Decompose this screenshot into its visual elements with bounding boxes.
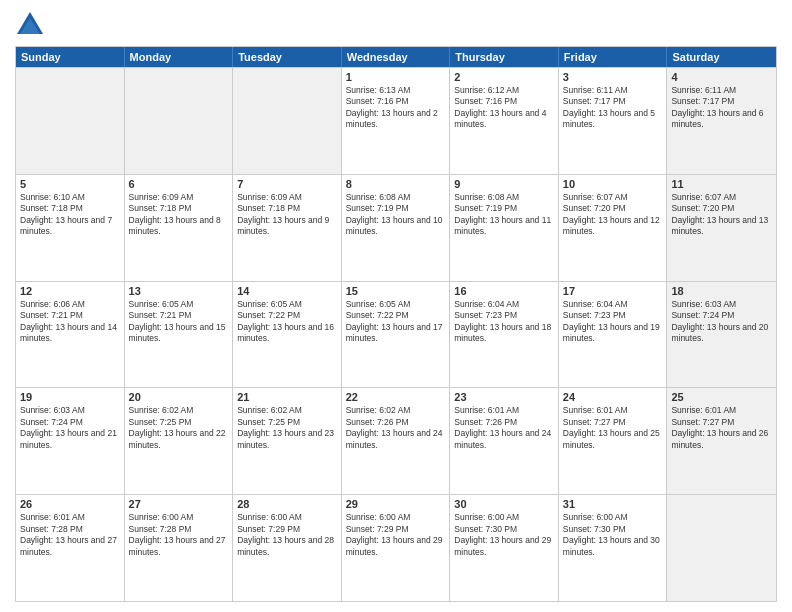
cell-info: Sunrise: 6:04 AM Sunset: 7:23 PM Dayligh… [454,299,554,345]
day-number: 2 [454,71,554,83]
cell-info: Sunrise: 6:00 AM Sunset: 7:29 PM Dayligh… [346,512,446,558]
day-number: 7 [237,178,337,190]
cell-info: Sunrise: 6:01 AM Sunset: 7:28 PM Dayligh… [20,512,120,558]
day-number: 6 [129,178,229,190]
week-row-1: 5Sunrise: 6:10 AM Sunset: 7:18 PM Daylig… [16,174,776,281]
day-number: 25 [671,391,772,403]
day-cell-19: 19Sunrise: 6:03 AM Sunset: 7:24 PM Dayli… [16,388,125,494]
day-number: 22 [346,391,446,403]
cell-info: Sunrise: 6:01 AM Sunset: 7:26 PM Dayligh… [454,405,554,451]
cell-info: Sunrise: 6:02 AM Sunset: 7:25 PM Dayligh… [237,405,337,451]
day-cell-28: 28Sunrise: 6:00 AM Sunset: 7:29 PM Dayli… [233,495,342,601]
cell-info: Sunrise: 6:00 AM Sunset: 7:28 PM Dayligh… [129,512,229,558]
day-number: 11 [671,178,772,190]
calendar: SundayMondayTuesdayWednesdayThursdayFrid… [15,46,777,602]
day-number: 17 [563,285,663,297]
day-cell-25: 25Sunrise: 6:01 AM Sunset: 7:27 PM Dayli… [667,388,776,494]
empty-cell-0-1 [125,68,234,174]
day-cell-21: 21Sunrise: 6:02 AM Sunset: 7:25 PM Dayli… [233,388,342,494]
cell-info: Sunrise: 6:05 AM Sunset: 7:22 PM Dayligh… [346,299,446,345]
cell-info: Sunrise: 6:09 AM Sunset: 7:18 PM Dayligh… [129,192,229,238]
day-number: 23 [454,391,554,403]
day-number: 10 [563,178,663,190]
day-number: 1 [346,71,446,83]
day-number: 8 [346,178,446,190]
day-cell-14: 14Sunrise: 6:05 AM Sunset: 7:22 PM Dayli… [233,282,342,388]
calendar-body: 1Sunrise: 6:13 AM Sunset: 7:16 PM Daylig… [16,67,776,601]
day-cell-6: 6Sunrise: 6:09 AM Sunset: 7:18 PM Daylig… [125,175,234,281]
cell-info: Sunrise: 6:08 AM Sunset: 7:19 PM Dayligh… [346,192,446,238]
day-number: 19 [20,391,120,403]
cell-info: Sunrise: 6:02 AM Sunset: 7:25 PM Dayligh… [129,405,229,451]
cell-info: Sunrise: 6:02 AM Sunset: 7:26 PM Dayligh… [346,405,446,451]
logo [15,10,49,40]
day-cell-15: 15Sunrise: 6:05 AM Sunset: 7:22 PM Dayli… [342,282,451,388]
day-cell-10: 10Sunrise: 6:07 AM Sunset: 7:20 PM Dayli… [559,175,668,281]
day-number: 24 [563,391,663,403]
day-cell-31: 31Sunrise: 6:00 AM Sunset: 7:30 PM Dayli… [559,495,668,601]
day-cell-3: 3Sunrise: 6:11 AM Sunset: 7:17 PM Daylig… [559,68,668,174]
day-number: 3 [563,71,663,83]
day-number: 28 [237,498,337,510]
cell-info: Sunrise: 6:10 AM Sunset: 7:18 PM Dayligh… [20,192,120,238]
cell-info: Sunrise: 6:05 AM Sunset: 7:21 PM Dayligh… [129,299,229,345]
empty-cell-4-6 [667,495,776,601]
day-number: 31 [563,498,663,510]
cell-info: Sunrise: 6:04 AM Sunset: 7:23 PM Dayligh… [563,299,663,345]
day-number: 15 [346,285,446,297]
day-number: 13 [129,285,229,297]
day-number: 4 [671,71,772,83]
week-row-4: 26Sunrise: 6:01 AM Sunset: 7:28 PM Dayli… [16,494,776,601]
day-cell-26: 26Sunrise: 6:01 AM Sunset: 7:28 PM Dayli… [16,495,125,601]
day-number: 18 [671,285,772,297]
cell-info: Sunrise: 6:03 AM Sunset: 7:24 PM Dayligh… [20,405,120,451]
day-cell-20: 20Sunrise: 6:02 AM Sunset: 7:25 PM Dayli… [125,388,234,494]
empty-cell-0-0 [16,68,125,174]
day-number: 26 [20,498,120,510]
day-cell-7: 7Sunrise: 6:09 AM Sunset: 7:18 PM Daylig… [233,175,342,281]
day-cell-24: 24Sunrise: 6:01 AM Sunset: 7:27 PM Dayli… [559,388,668,494]
cell-info: Sunrise: 6:08 AM Sunset: 7:19 PM Dayligh… [454,192,554,238]
day-cell-11: 11Sunrise: 6:07 AM Sunset: 7:20 PM Dayli… [667,175,776,281]
day-cell-1: 1Sunrise: 6:13 AM Sunset: 7:16 PM Daylig… [342,68,451,174]
week-row-3: 19Sunrise: 6:03 AM Sunset: 7:24 PM Dayli… [16,387,776,494]
cell-info: Sunrise: 6:12 AM Sunset: 7:16 PM Dayligh… [454,85,554,131]
page: SundayMondayTuesdayWednesdayThursdayFrid… [0,0,792,612]
day-cell-8: 8Sunrise: 6:08 AM Sunset: 7:19 PM Daylig… [342,175,451,281]
day-number: 29 [346,498,446,510]
week-row-2: 12Sunrise: 6:06 AM Sunset: 7:21 PM Dayli… [16,281,776,388]
day-cell-9: 9Sunrise: 6:08 AM Sunset: 7:19 PM Daylig… [450,175,559,281]
day-cell-13: 13Sunrise: 6:05 AM Sunset: 7:21 PM Dayli… [125,282,234,388]
week-row-0: 1Sunrise: 6:13 AM Sunset: 7:16 PM Daylig… [16,67,776,174]
logo-icon [15,10,45,40]
day-cell-22: 22Sunrise: 6:02 AM Sunset: 7:26 PM Dayli… [342,388,451,494]
day-number: 16 [454,285,554,297]
header-day-wednesday: Wednesday [342,47,451,67]
cell-info: Sunrise: 6:06 AM Sunset: 7:21 PM Dayligh… [20,299,120,345]
day-cell-29: 29Sunrise: 6:00 AM Sunset: 7:29 PM Dayli… [342,495,451,601]
day-cell-17: 17Sunrise: 6:04 AM Sunset: 7:23 PM Dayli… [559,282,668,388]
header-day-friday: Friday [559,47,668,67]
header-day-saturday: Saturday [667,47,776,67]
cell-info: Sunrise: 6:11 AM Sunset: 7:17 PM Dayligh… [671,85,772,131]
day-number: 27 [129,498,229,510]
day-number: 20 [129,391,229,403]
day-number: 9 [454,178,554,190]
cell-info: Sunrise: 6:07 AM Sunset: 7:20 PM Dayligh… [563,192,663,238]
cell-info: Sunrise: 6:03 AM Sunset: 7:24 PM Dayligh… [671,299,772,345]
header-day-sunday: Sunday [16,47,125,67]
day-cell-12: 12Sunrise: 6:06 AM Sunset: 7:21 PM Dayli… [16,282,125,388]
day-cell-5: 5Sunrise: 6:10 AM Sunset: 7:18 PM Daylig… [16,175,125,281]
day-number: 21 [237,391,337,403]
header-day-thursday: Thursday [450,47,559,67]
day-number: 5 [20,178,120,190]
empty-cell-0-2 [233,68,342,174]
day-number: 12 [20,285,120,297]
day-cell-30: 30Sunrise: 6:00 AM Sunset: 7:30 PM Dayli… [450,495,559,601]
cell-info: Sunrise: 6:00 AM Sunset: 7:30 PM Dayligh… [454,512,554,558]
header [15,10,777,40]
cell-info: Sunrise: 6:09 AM Sunset: 7:18 PM Dayligh… [237,192,337,238]
day-cell-18: 18Sunrise: 6:03 AM Sunset: 7:24 PM Dayli… [667,282,776,388]
day-cell-4: 4Sunrise: 6:11 AM Sunset: 7:17 PM Daylig… [667,68,776,174]
cell-info: Sunrise: 6:13 AM Sunset: 7:16 PM Dayligh… [346,85,446,131]
